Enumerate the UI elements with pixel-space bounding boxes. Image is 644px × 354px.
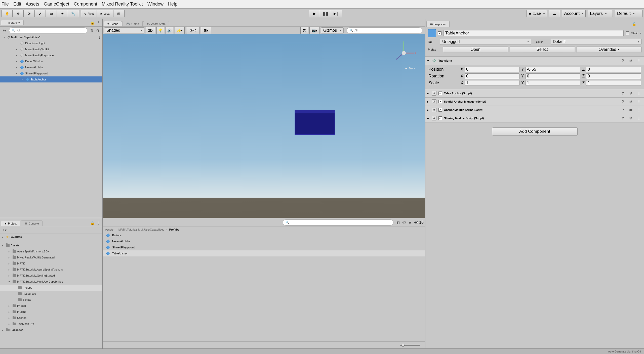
help-icon[interactable]: ? xyxy=(620,58,626,64)
project-folder[interactable]: ▸Photon xyxy=(0,303,102,309)
prefab-overrides-dropdown[interactable]: Overrides xyxy=(577,46,641,53)
position-x[interactable]: 0 xyxy=(465,67,519,72)
hierarchy-item[interactable]: ▸TableAnchor› xyxy=(0,76,102,82)
create-dropdown[interactable]: +▾ xyxy=(2,27,8,33)
project-folder[interactable]: ▸MixedRealityToolkit.Generated xyxy=(0,254,102,260)
menu-icon[interactable]: ⋮ xyxy=(637,21,643,27)
project-search[interactable]: 🔍 xyxy=(283,219,393,226)
rotation-x[interactable]: 0 xyxy=(465,73,519,79)
project-folder[interactable]: ▸TextMesh Pro xyxy=(0,321,102,327)
component-menu-icon[interactable]: ⋮ xyxy=(636,90,642,96)
help-icon[interactable]: ? xyxy=(620,115,626,121)
component-enabled-checkbox[interactable]: ✓ xyxy=(438,116,442,120)
hierarchy-item[interactable]: ▸MixedRealityToolkit xyxy=(0,46,102,52)
position-y[interactable]: -0.55 xyxy=(526,67,580,72)
scene-menu-icon[interactable]: ⋮ xyxy=(96,34,102,40)
scale-x[interactable]: 1 xyxy=(465,80,519,86)
audio-toggle[interactable]: 🔊 xyxy=(166,27,173,34)
menu-help[interactable]: Help xyxy=(168,2,177,7)
asset-store-tab[interactable]: 🛍Asset Store xyxy=(143,21,169,26)
play-button[interactable]: ▶ xyxy=(309,10,320,17)
hierarchy-item[interactable]: ▸DebugWindow› xyxy=(0,58,102,64)
packages-root[interactable]: ▸Packages xyxy=(0,327,102,333)
hierarchy-item[interactable]: ▾SharedPlayground› xyxy=(0,70,102,76)
component-header[interactable]: ▸#✓Spatial Anchor Manager (Script)?⇄⋮ xyxy=(425,98,644,106)
component-header[interactable]: ▸#✓Table Anchor (Script)?⇄⋮ xyxy=(425,89,644,97)
preset-icon[interactable]: ⇄ xyxy=(628,107,634,113)
prefab-select-button[interactable]: Select xyxy=(510,46,574,53)
static-checkbox[interactable] xyxy=(626,31,629,35)
lock-icon[interactable]: 🔒 xyxy=(89,20,95,26)
zoom-slider[interactable] xyxy=(400,345,420,346)
help-icon[interactable]: ? xyxy=(620,107,626,113)
menu-component[interactable]: Component xyxy=(74,2,97,7)
camera-settings[interactable]: 📷▾ xyxy=(309,27,319,34)
menu-file[interactable]: File xyxy=(2,2,9,7)
project-folder[interactable]: ▸MRTK.Tutorials.AzureSpatialAnchors xyxy=(0,267,102,273)
rect-tool[interactable]: ▭ xyxy=(46,10,57,17)
project-folder[interactable]: ▸Scenes xyxy=(0,315,102,321)
rotate-tool[interactable]: ⟳ xyxy=(24,10,35,17)
pivot-toggle[interactable]: ⊙Pivot xyxy=(81,10,97,17)
move-tool[interactable]: ✥ xyxy=(13,10,24,17)
scale-y[interactable]: 1 xyxy=(526,80,580,86)
inspector-tab[interactable]: ⓘInspector xyxy=(426,21,450,27)
tools-icon[interactable]: 🛠 xyxy=(300,27,308,34)
asset-item[interactable]: TableAnchor xyxy=(103,250,425,256)
hand-tool[interactable]: ✋ xyxy=(2,10,13,17)
step-button[interactable]: ▶❙ xyxy=(331,10,342,17)
component-enabled-checkbox[interactable]: ✓ xyxy=(438,100,442,103)
console-tab[interactable]: ▤Console xyxy=(21,220,43,226)
hierarchy-item[interactable]: ▸MixedRealityPlayspace xyxy=(0,52,102,58)
favorite-icon[interactable]: ★ xyxy=(407,219,413,226)
2d-toggle[interactable]: 2D xyxy=(146,27,155,34)
menu-icon[interactable]: ⋮ xyxy=(95,20,101,26)
hierarchy-item[interactable]: ▸NetworkLobby› xyxy=(0,64,102,70)
add-component-button[interactable]: Add Component xyxy=(492,127,578,136)
breadcrumb-item[interactable]: MRTK.Tutorials.MultiUserCapabilities xyxy=(118,228,164,231)
grid-toggle[interactable]: ⊞▾ xyxy=(201,27,211,34)
rotation-z[interactable]: 0 xyxy=(586,73,641,79)
project-folder[interactable]: ▾MRTK.Tutorials.MultiUserCapabilities xyxy=(0,279,102,285)
account-dropdown[interactable]: Account xyxy=(562,10,586,17)
active-checkbox[interactable]: ✓ xyxy=(438,31,441,35)
scene-root[interactable]: ▾⬡MultiUserCapabilities* ⋮ xyxy=(0,34,102,40)
snap-toggle[interactable]: ⊞ xyxy=(113,10,125,17)
lock-icon[interactable]: 🔒 xyxy=(89,220,95,226)
object-name-field[interactable]: TableAnchor xyxy=(444,30,624,36)
lighting-toggle[interactable]: 💡 xyxy=(156,27,164,34)
preset-icon[interactable]: ⇄ xyxy=(628,58,634,64)
filter-icon[interactable]: ◧ xyxy=(395,219,401,226)
component-enabled-checkbox[interactable]: ✓ xyxy=(438,92,442,95)
tag-dropdown[interactable]: Untagged xyxy=(440,39,531,45)
help-icon[interactable]: ? xyxy=(620,99,626,105)
breadcrumb-item[interactable]: Prefabs xyxy=(169,228,179,231)
component-enabled-checkbox[interactable]: ✓ xyxy=(438,108,442,112)
project-folder[interactable]: ▸Plugins xyxy=(0,309,102,315)
scene-search[interactable]: 🔍All xyxy=(347,27,422,33)
custom-tool[interactable]: 🔧 xyxy=(68,10,79,17)
scale-tool[interactable]: ⤢ xyxy=(35,10,46,17)
component-menu-icon[interactable]: ⋮ xyxy=(636,99,642,105)
project-folder[interactable]: Prefabs xyxy=(0,285,102,291)
scene-tab[interactable]: #Scene xyxy=(104,21,122,26)
project-tab[interactable]: ■Project xyxy=(1,221,20,226)
shading-dropdown[interactable]: Shaded xyxy=(104,27,144,33)
create-dropdown[interactable]: +▾ xyxy=(2,227,8,233)
scale-z[interactable]: 1 xyxy=(586,80,641,86)
project-folder[interactable]: Scripts xyxy=(0,297,102,303)
rotation-y[interactable]: 0 xyxy=(526,73,580,79)
game-tab[interactable]: 🎮Game xyxy=(123,21,143,26)
hierarchy-item[interactable]: Directional Light xyxy=(0,40,102,46)
orientation-gizmo[interactable]: y x xyxy=(390,39,418,67)
preset-icon[interactable]: ⇄ xyxy=(628,99,634,105)
component-header[interactable]: ▸#✓Anchor Module Script (Script)?⇄⋮ xyxy=(425,106,644,114)
menu-assets[interactable]: Assets xyxy=(26,2,39,7)
preset-icon[interactable]: ⇄ xyxy=(628,115,634,121)
back-button[interactable]: ◄Back xyxy=(405,67,415,70)
project-folder[interactable]: ▸AzureSpatialAnchors.SDK xyxy=(0,248,102,254)
position-z[interactable]: 0 xyxy=(586,67,641,72)
transform-tool[interactable]: ✦ xyxy=(57,10,68,17)
lighting-status[interactable]: Auto Generate Lighting Off xyxy=(608,350,641,353)
asset-item[interactable]: NetworkLobby xyxy=(103,238,425,244)
